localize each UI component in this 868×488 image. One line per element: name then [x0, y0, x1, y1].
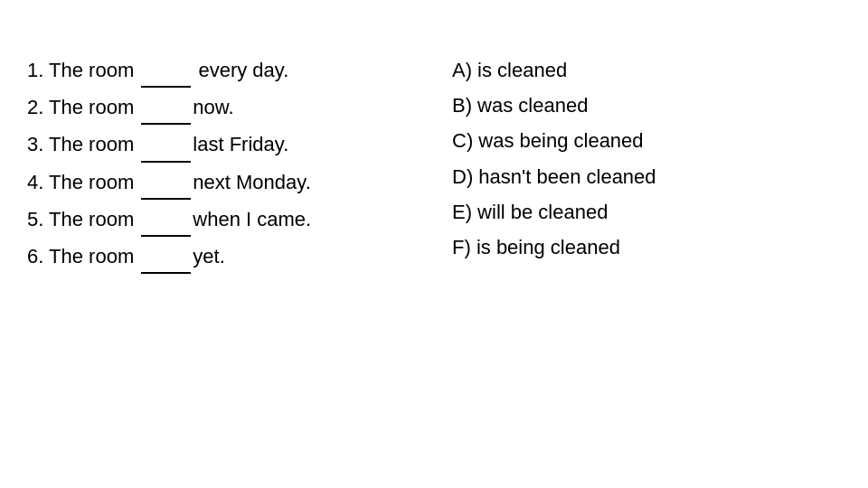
options-column: A) is cleanedB) was cleanedC) was being …	[452, 54, 841, 470]
blank-3	[141, 128, 191, 162]
option-C: C) was being cleaned	[452, 125, 841, 156]
option-E: E) will be cleaned	[452, 196, 841, 228]
sentences-column: 1. The room every day.2. The room now.3.…	[27, 54, 416, 470]
blank-4	[141, 166, 191, 200]
option-D: D) hasn't been cleaned	[452, 161, 841, 192]
sentence-1: 1. The room every day.	[27, 54, 416, 88]
page: 1. The room every day.2. The room now.3.…	[0, 0, 868, 488]
blank-6	[141, 240, 191, 274]
sentence-3: 3. The room last Friday.	[27, 128, 416, 162]
option-F: F) is being cleaned	[452, 231, 841, 263]
sentence-6: 6. The room yet.	[27, 240, 416, 274]
option-A: A) is cleaned	[452, 54, 841, 86]
blank-1	[141, 54, 191, 88]
content-area: 1. The room every day.2. The room now.3.…	[27, 54, 841, 470]
blank-5	[141, 203, 191, 237]
blank-2	[141, 91, 191, 125]
sentence-2: 2. The room now.	[27, 91, 416, 125]
sentence-5: 5. The room when I came.	[27, 203, 416, 237]
sentence-4: 4. The room next Monday.	[27, 166, 416, 200]
option-B: B) was cleaned	[452, 89, 841, 121]
